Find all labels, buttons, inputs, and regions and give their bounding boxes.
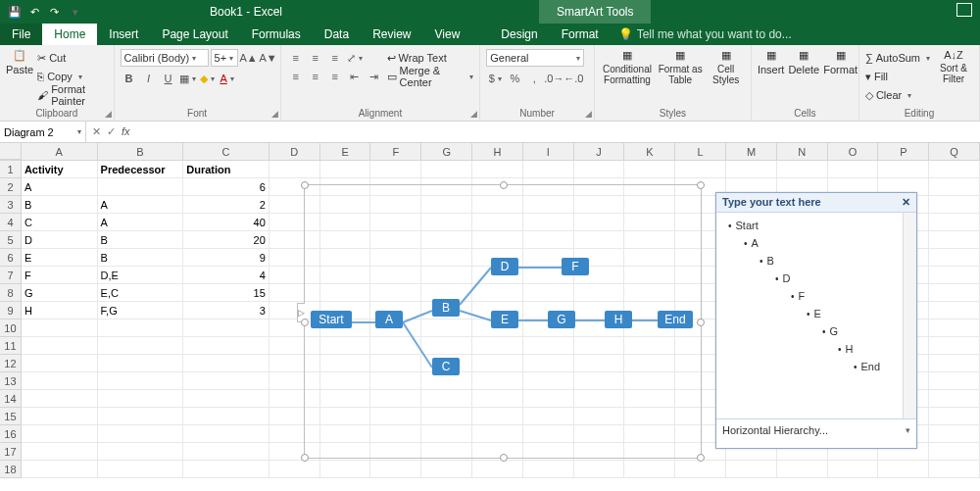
cell[interactable]: A <box>98 214 184 231</box>
cell[interactable]: 2 <box>183 196 270 214</box>
decrease-decimal-button[interactable]: ←.0 <box>564 70 582 87</box>
cell[interactable]: B <box>22 196 98 214</box>
column-header[interactable]: B <box>98 143 184 160</box>
column-header[interactable]: C <box>183 143 270 160</box>
cell[interactable] <box>472 161 523 178</box>
cell-styles-button[interactable]: ▦Cell Styles <box>707 49 745 85</box>
cell[interactable]: C <box>22 214 98 231</box>
cell[interactable]: A <box>98 196 184 214</box>
resize-handle[interactable] <box>697 454 705 462</box>
cell[interactable] <box>523 461 574 478</box>
cell[interactable] <box>183 372 270 390</box>
smartart-object[interactable]: ▷ Start A B C D E F G H End <box>304 184 702 459</box>
cell[interactable] <box>183 408 270 425</box>
row-header[interactable]: 7 <box>0 267 22 284</box>
cell[interactable]: A <box>22 178 98 196</box>
delete-cells-button[interactable]: ▦Delete <box>788 49 819 75</box>
scrollbar[interactable] <box>903 213 916 418</box>
row-header[interactable]: 14 <box>0 390 22 408</box>
align-center-button[interactable]: ≡ <box>307 68 324 85</box>
resize-handle[interactable] <box>301 181 309 189</box>
font-color-button[interactable]: A▾ <box>219 70 236 87</box>
cell[interactable] <box>183 337 270 355</box>
cell[interactable] <box>370 161 421 178</box>
worksheet-grid[interactable]: ABCDEFGHIJKLMNOPQ 1ActivityPredecessorDu… <box>0 143 980 491</box>
paste-button[interactable]: 📋 Paste <box>6 49 33 75</box>
node-end[interactable]: End <box>658 311 693 328</box>
select-all-corner[interactable] <box>0 143 22 160</box>
cell[interactable]: Duration <box>183 161 270 178</box>
node-a[interactable]: A <box>375 311 403 328</box>
clear-button[interactable]: ◇Clear▾ <box>865 86 930 104</box>
align-middle-button[interactable]: ≡ <box>307 49 324 67</box>
node-b[interactable]: B <box>432 299 460 317</box>
cell[interactable] <box>320 161 371 178</box>
cell[interactable]: B <box>98 231 184 249</box>
tab-design[interactable]: Design <box>489 24 549 45</box>
cell[interactable] <box>929 161 980 178</box>
row-header[interactable]: 8 <box>0 284 22 302</box>
text-pane-item[interactable]: •E <box>724 305 912 322</box>
format-cells-button[interactable]: ▦Format <box>823 49 858 75</box>
cell[interactable] <box>183 461 270 478</box>
cell[interactable] <box>22 408 98 425</box>
cell[interactable]: F,G <box>98 302 184 319</box>
decrease-indent-button[interactable]: ⇤ <box>346 68 364 85</box>
save-icon[interactable]: 💾 <box>6 3 24 21</box>
column-header[interactable]: F <box>370 143 421 160</box>
column-header[interactable]: K <box>624 143 675 160</box>
fill-color-button[interactable]: ◆▾ <box>199 70 217 87</box>
cell[interactable] <box>675 461 726 478</box>
row-header[interactable]: 12 <box>0 355 22 372</box>
cell[interactable] <box>929 249 980 267</box>
merge-center-button[interactable]: ▭Merge & Center▾ <box>387 68 474 85</box>
format-as-table-button[interactable]: ▦Format as Table <box>658 49 703 85</box>
resize-handle[interactable] <box>697 319 705 326</box>
cell[interactable] <box>98 178 184 196</box>
text-pane-item[interactable]: •End <box>724 358 912 375</box>
resize-handle[interactable] <box>301 319 309 326</box>
ribbon-display-icon[interactable] <box>956 3 972 17</box>
cell[interactable] <box>929 408 980 425</box>
tab-home[interactable]: Home <box>42 24 97 45</box>
column-header[interactable]: J <box>574 143 625 160</box>
undo-icon[interactable]: ↶ <box>25 3 43 21</box>
cell[interactable] <box>726 461 777 478</box>
cell[interactable] <box>98 425 184 443</box>
row-header[interactable]: 18 <box>0 461 22 478</box>
row-header[interactable]: 13 <box>0 372 22 390</box>
cell[interactable]: 3 <box>183 302 270 319</box>
orientation-button[interactable]: ⤢▾ <box>346 49 364 67</box>
redo-icon[interactable]: ↷ <box>45 3 63 21</box>
row-header[interactable]: 17 <box>0 443 22 461</box>
fill-button[interactable]: ▾Fill <box>865 68 930 85</box>
cell[interactable] <box>929 461 980 478</box>
cell[interactable]: B <box>98 249 184 267</box>
number-launcher-icon[interactable]: ◢ <box>585 109 592 119</box>
text-pane-item[interactable]: •G <box>724 322 912 340</box>
cell[interactable]: 40 <box>183 214 270 231</box>
cell[interactable] <box>22 372 98 390</box>
cell[interactable] <box>929 284 980 302</box>
cell[interactable] <box>624 161 675 178</box>
cell[interactable] <box>22 319 98 337</box>
format-painter-button[interactable]: 🖌Format Painter <box>37 86 107 104</box>
cell[interactable] <box>98 355 184 372</box>
name-box[interactable]: Diagram 2▾ <box>0 122 86 142</box>
cell[interactable] <box>675 161 726 178</box>
fx-icon[interactable]: fx <box>122 125 130 138</box>
cell[interactable] <box>929 372 980 390</box>
qat-dropdown-icon[interactable]: ▾ <box>65 3 82 21</box>
cell[interactable] <box>98 372 184 390</box>
cell[interactable] <box>726 161 777 178</box>
cell[interactable] <box>929 231 980 249</box>
tab-format[interactable]: Format <box>550 24 611 45</box>
italic-button[interactable]: I <box>140 70 158 87</box>
row-header[interactable]: 16 <box>0 425 22 443</box>
cell[interactable]: F <box>22 267 98 284</box>
cell[interactable]: Predecessor <box>98 161 184 178</box>
text-pane-item[interactable]: •D <box>724 270 912 287</box>
cell[interactable]: Activity <box>22 161 98 178</box>
align-left-button[interactable]: ≡ <box>287 68 305 85</box>
node-g[interactable]: G <box>548 311 575 328</box>
